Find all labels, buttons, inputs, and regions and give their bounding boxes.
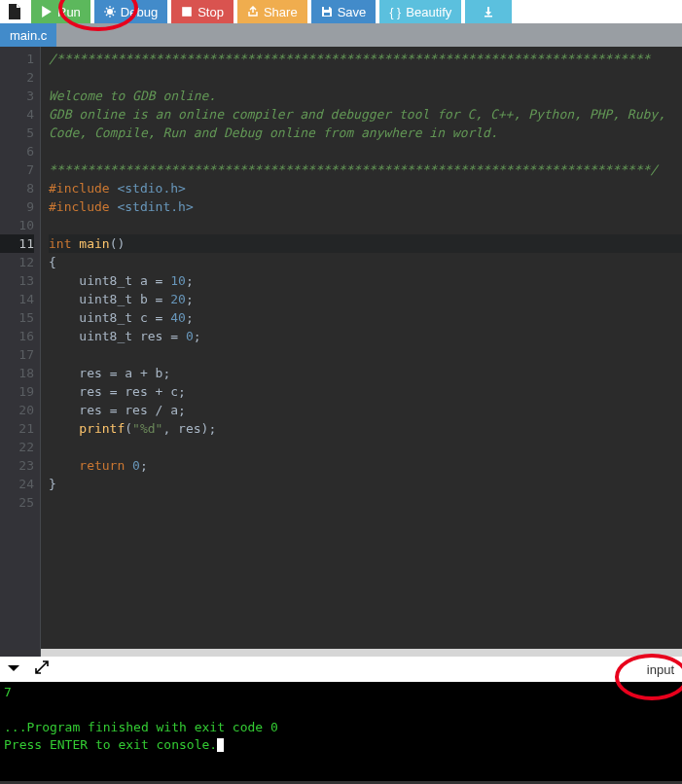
console-input-label: input <box>647 662 676 677</box>
code-line: ****************************************… <box>49 160 682 179</box>
save-label: Save <box>338 5 367 19</box>
code-line: int main() <box>49 234 682 253</box>
debug-label: Debug <box>121 5 158 19</box>
beautify-label: Beautify <box>406 5 451 19</box>
stop-label: Stop <box>197 5 224 19</box>
line-gutter: 1234567891011121314151617181920212223242… <box>0 47 41 649</box>
save-button[interactable]: Save <box>311 0 377 23</box>
toolbar: Run Debug Stop Share Save { } Beautify <box>0 0 682 23</box>
tab-main-c[interactable]: main.c <box>0 23 56 47</box>
console-prompt: Press ENTER to exit console. <box>4 737 217 752</box>
code-line: uint8_t res = 0; <box>49 327 682 345</box>
svg-rect-4 <box>485 16 492 18</box>
svg-rect-1 <box>182 7 192 17</box>
code-line: res = a + b; <box>49 364 682 382</box>
code-line: { <box>49 253 682 271</box>
svg-rect-3 <box>324 13 330 16</box>
share-label: Share <box>264 5 298 19</box>
code-line: printf("%d", res); <box>49 419 682 438</box>
code-line <box>49 438 682 456</box>
code-line: #include <stdio.h> <box>49 179 682 197</box>
code-area[interactable]: /***************************************… <box>41 47 682 649</box>
console-bar: input <box>0 657 682 682</box>
collapse-console-button[interactable] <box>6 660 21 678</box>
share-button[interactable]: Share <box>237 0 307 23</box>
code-line: /***************************************… <box>49 50 682 68</box>
debug-button[interactable]: Debug <box>94 0 167 23</box>
code-line <box>49 345 682 364</box>
code-line: res = res / a; <box>49 401 682 419</box>
editor-hscrollbar[interactable] <box>0 649 682 657</box>
code-line <box>49 493 682 512</box>
new-file-button[interactable] <box>2 0 27 23</box>
beautify-button[interactable]: { } Beautify <box>379 0 461 23</box>
code-line: return 0; <box>49 456 682 475</box>
run-label: Run <box>57 5 81 19</box>
code-line: uint8_t c = 40; <box>49 308 682 327</box>
code-line <box>49 216 682 234</box>
console-finished: ...Program finished with exit code 0 <box>4 719 678 736</box>
code-line: #include <stdint.h> <box>49 197 682 216</box>
code-line: uint8_t a = 10; <box>49 271 682 290</box>
tab-bar: main.c <box>0 23 682 47</box>
code-editor[interactable]: 1234567891011121314151617181920212223242… <box>0 47 682 649</box>
code-line: Welcome to GDB online. <box>49 87 682 105</box>
console-cursor <box>217 738 224 752</box>
console-value: 7 <box>4 684 678 701</box>
download-button[interactable] <box>465 0 512 23</box>
code-line <box>49 142 682 160</box>
code-line: res = res + c; <box>49 382 682 401</box>
console-output[interactable]: 7 ...Program finished with exit code 0 P… <box>0 682 682 781</box>
code-line: } <box>49 475 682 493</box>
tab-label: main.c <box>10 28 47 43</box>
code-line: GDB online is an online compiler and deb… <box>49 105 682 124</box>
svg-point-0 <box>107 9 113 15</box>
svg-rect-2 <box>324 7 329 10</box>
code-line: Code, Compile, Run and Debug online from… <box>49 124 682 142</box>
code-line <box>49 68 682 87</box>
code-line: uint8_t b = 20; <box>49 290 682 308</box>
braces-icon: { } <box>389 6 401 18</box>
expand-console-button[interactable] <box>35 660 49 678</box>
run-button[interactable]: Run <box>31 0 90 23</box>
stop-button[interactable]: Stop <box>171 0 233 23</box>
